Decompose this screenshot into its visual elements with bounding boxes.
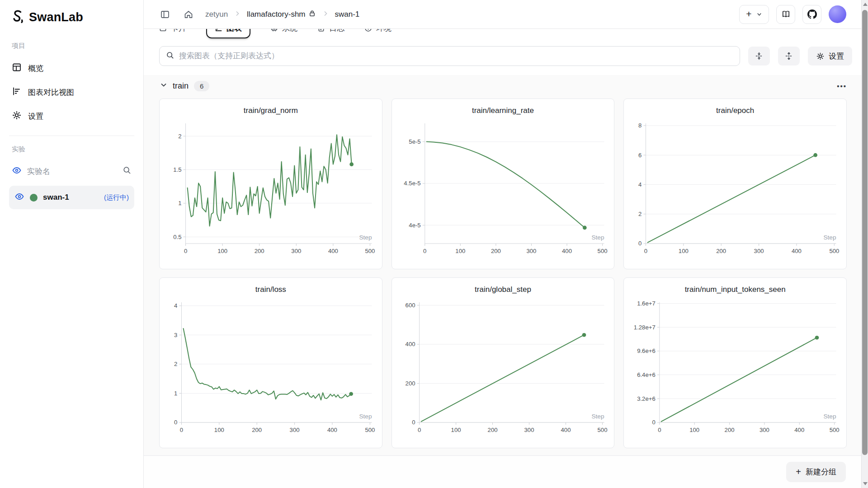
- chart-title: train/global_step: [396, 285, 610, 298]
- svg-text:4e-5: 4e-5: [409, 222, 420, 229]
- svg-text:0.5: 0.5: [173, 234, 181, 240]
- tab-cards[interactable]: 卡片: [159, 29, 186, 33]
- chart-card[interactable]: train/grad_norm 0.511.520100200300400500…: [159, 99, 382, 269]
- chart-card[interactable]: train/num_input_tokens_seen 03.2e+66.4e+…: [623, 277, 847, 448]
- chevron-down-icon[interactable]: [160, 81, 167, 90]
- chevron-down-icon: [756, 11, 762, 17]
- gear-icon: [816, 52, 825, 61]
- scroll-down-arrow-icon[interactable]: [863, 482, 868, 485]
- svg-text:400: 400: [328, 248, 338, 254]
- chart-title: train/loss: [164, 285, 377, 298]
- metric-group-train: train 6 ••• train/grad_norm 0.511.520100…: [144, 75, 861, 455]
- chart-end-dot: [349, 392, 353, 396]
- chart-search[interactable]: [159, 46, 740, 66]
- visibility-eye-icon[interactable]: [14, 192, 24, 203]
- plus-icon: +: [746, 9, 751, 19]
- visibility-eye-icon[interactable]: [12, 165, 22, 178]
- home-icon[interactable]: [183, 9, 194, 20]
- expand-icon: [784, 52, 793, 61]
- search-icon[interactable]: [123, 166, 132, 177]
- x-axis-label: Step: [359, 234, 372, 241]
- svg-text:300: 300: [291, 248, 301, 254]
- gear-icon: [12, 110, 22, 122]
- github-button[interactable]: [802, 5, 821, 24]
- sidebar-section-project: 项目: [9, 37, 134, 56]
- sidebar-item-chart-compare[interactable]: 图表对比视图: [9, 80, 134, 104]
- tab-system[interactable]: 系统: [270, 29, 297, 33]
- svg-text:0: 0: [638, 240, 642, 247]
- chart-card[interactable]: train/global_step 0200400600010020030040…: [392, 277, 615, 448]
- group-name[interactable]: train: [173, 81, 189, 91]
- chart-canvas[interactable]: 012340100200300400500Step: [164, 298, 377, 441]
- svg-text:1.5: 1.5: [173, 166, 181, 173]
- svg-text:400: 400: [795, 427, 805, 433]
- collapse-all-button[interactable]: [748, 47, 770, 66]
- github-icon: [807, 9, 817, 19]
- svg-text:4: 4: [174, 302, 177, 309]
- svg-text:4.5e-5: 4.5e-5: [404, 180, 420, 187]
- tab-charts[interactable]: 图表: [206, 29, 250, 38]
- chart-canvas[interactable]: 02004006000100200300400500Step: [396, 298, 610, 441]
- experiment-row-swan-1[interactable]: swan-1 (运行中): [9, 186, 134, 209]
- scrollbar-thumb[interactable]: [862, 10, 868, 455]
- experiment-name: swan-1: [43, 193, 99, 202]
- svg-text:4: 4: [638, 181, 642, 188]
- svg-text:0: 0: [412, 419, 415, 426]
- experiment-status-running: (运行中): [104, 193, 129, 202]
- breadcrumb-workspace[interactable]: zetyun: [205, 10, 228, 19]
- sidebar-toggle-button[interactable]: [159, 9, 171, 20]
- new-group-button[interactable]: + 新建分组: [786, 462, 846, 482]
- app-window: SwanLab 项目 概览 图表对比视图: [0, 0, 861, 488]
- chart-canvas[interactable]: 0.511.520100200300400500Step: [164, 119, 377, 262]
- chart-card[interactable]: train/epoch 024680100200300400500Step: [623, 99, 847, 269]
- svg-text:2: 2: [638, 211, 642, 217]
- chart-search-input[interactable]: [179, 52, 733, 61]
- svg-text:400: 400: [792, 248, 802, 254]
- vertical-scrollbar[interactable]: [861, 0, 868, 488]
- x-axis-label: Step: [591, 234, 604, 241]
- svg-text:500: 500: [597, 427, 607, 433]
- chart-line: [661, 338, 817, 422]
- chart-line: [426, 142, 585, 228]
- info-circle-icon: [364, 29, 372, 32]
- chart-title: train/epoch: [628, 106, 842, 119]
- x-axis-label: Step: [824, 234, 836, 241]
- scroll-up-arrow-icon[interactable]: [863, 3, 868, 6]
- chart-card[interactable]: train/learning_rate 4e-54.5e-55e-5010020…: [392, 99, 615, 269]
- svg-text:500: 500: [365, 427, 375, 433]
- svg-text:200: 200: [717, 248, 726, 254]
- breadcrumb-project[interactable]: llamafactory-shm: [247, 10, 305, 19]
- svg-text:200: 200: [252, 427, 262, 433]
- svg-text:100: 100: [451, 427, 461, 433]
- search-icon: [166, 51, 175, 61]
- chart-canvas[interactable]: 03.2e+66.4e+69.6e+61.28e+71.6e+701002003…: [628, 298, 842, 441]
- expand-all-button[interactable]: [778, 47, 800, 66]
- svg-text:2: 2: [174, 361, 177, 367]
- group-more-menu[interactable]: •••: [837, 82, 847, 90]
- create-new-button[interactable]: +: [739, 5, 769, 24]
- svg-text:400: 400: [327, 427, 337, 433]
- sidebar-item-settings[interactable]: 设置: [9, 104, 134, 128]
- log-file-icon: [317, 29, 325, 32]
- tab-environment[interactable]: 环境: [364, 29, 392, 33]
- sidebar-item-overview[interactable]: 概览: [9, 56, 134, 80]
- experiment-color-dot: [30, 194, 38, 202]
- chart-canvas[interactable]: 4e-54.5e-55e-50100200300400500Step: [396, 119, 610, 262]
- svg-text:1.6e+7: 1.6e+7: [637, 300, 656, 307]
- sidebar-item-label: 图表对比视图: [28, 87, 74, 98]
- svg-text:9.6e+6: 9.6e+6: [637, 347, 656, 354]
- lock-icon: [308, 9, 316, 19]
- bar-chart-icon: [12, 86, 22, 99]
- logo[interactable]: SwanLab: [9, 6, 134, 37]
- sidebar-divider: [9, 136, 134, 136]
- chart-canvas[interactable]: 024680100200300400500Step: [628, 119, 842, 262]
- avatar[interactable]: [829, 5, 846, 23]
- svg-text:600: 600: [405, 302, 415, 309]
- breadcrumb-experiment[interactable]: swan-1: [335, 10, 360, 19]
- chart-line: [421, 335, 584, 422]
- tab-logs[interactable]: 日志: [317, 29, 344, 33]
- chart-settings-button[interactable]: 设置: [808, 47, 852, 66]
- docs-button[interactable]: [776, 5, 795, 24]
- chart-card[interactable]: train/loss 012340100200300400500Step: [159, 277, 382, 448]
- svg-text:400: 400: [562, 248, 572, 254]
